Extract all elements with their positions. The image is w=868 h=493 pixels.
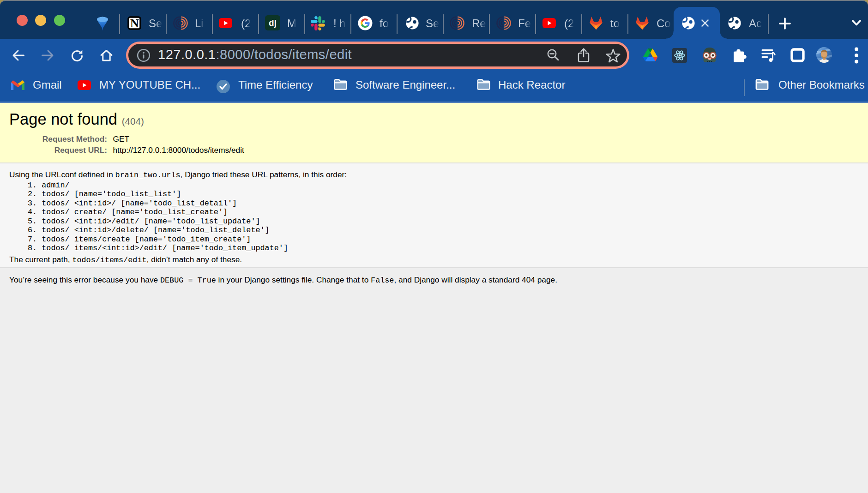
svg-text:dj: dj [269,18,277,28]
svg-text:N: N [130,17,139,30]
